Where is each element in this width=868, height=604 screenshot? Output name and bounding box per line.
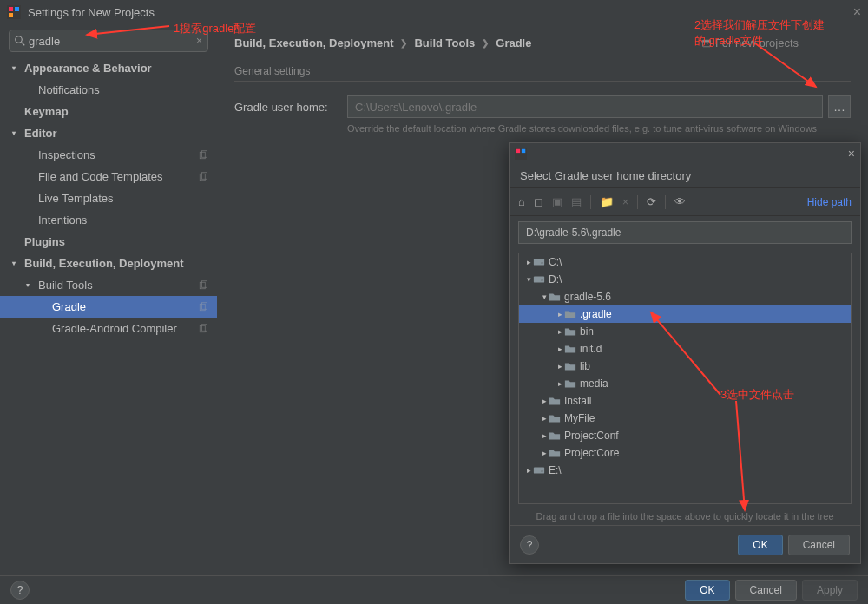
file-tree-item[interactable]: ▸media [519, 375, 851, 392]
sidebar-item[interactable]: Gradle [0, 296, 217, 318]
search-input-wrap[interactable]: × [9, 30, 208, 52]
refresh-icon[interactable]: ⟳ [647, 195, 656, 208]
breadcrumb-a[interactable]: Build, Execution, Deployment [234, 36, 393, 49]
chevron-icon[interactable]: ▸ [524, 258, 533, 266]
file-tree-label: bin [580, 325, 594, 338]
hide-path-link[interactable]: Hide path [807, 196, 852, 208]
file-tree-item[interactable]: ▸E:\ [519, 462, 851, 479]
folder-icon [564, 344, 576, 354]
file-tree-item[interactable]: ▾D:\ [519, 271, 851, 288]
sidebar-item[interactable]: Plugins [0, 231, 217, 253]
delete-icon[interactable]: × [622, 195, 629, 208]
svg-rect-25 [534, 468, 544, 474]
module-icon[interactable]: ▤ [571, 195, 582, 208]
file-tree-item[interactable]: ▸.gradle [519, 305, 851, 323]
chevron-icon: ▾ [12, 129, 21, 137]
svg-point-26 [542, 470, 543, 472]
disk-icon [533, 274, 545, 285]
sidebar-item[interactable]: ▾Build Tools [0, 274, 217, 296]
folder-icon [549, 396, 561, 406]
dialog-title: Select Gradle user home directory [510, 164, 860, 188]
chevron-icon: ▾ [26, 281, 35, 289]
file-tree-item[interactable]: ▸lib [519, 358, 851, 375]
dialog-close-icon[interactable]: × [848, 147, 855, 161]
file-tree-item[interactable]: ▸bin [519, 323, 851, 340]
search-input[interactable] [29, 35, 196, 48]
file-tree-item[interactable]: ▸Install [519, 392, 851, 410]
svg-rect-20 [522, 149, 525, 153]
clear-search-icon[interactable]: × [196, 35, 202, 47]
new-folder-icon[interactable]: 📁 [600, 195, 614, 208]
file-tree-label: C:\ [549, 256, 562, 268]
chevron-icon[interactable]: ▸ [556, 362, 564, 371]
folder-icon [564, 309, 576, 319]
show-hidden-icon[interactable]: 👁 [674, 195, 686, 208]
project-icon[interactable]: ▣ [552, 195, 562, 208]
file-tree-label: .gradle [580, 308, 612, 320]
chevron-icon[interactable]: ▸ [556, 379, 564, 388]
file-tree-item[interactable]: ▾gradle-5.6 [519, 288, 851, 305]
file-tree-item[interactable]: ▸C:\ [519, 253, 851, 271]
folder-icon [549, 448, 561, 458]
sidebar-item[interactable]: File and Code Templates [0, 166, 217, 187]
gradle-home-input[interactable]: C:\Users\Lenovo\.gradle [347, 95, 823, 118]
sidebar-item[interactable]: Gradle-Android Compiler [0, 318, 217, 339]
file-tree-label: E:\ [549, 464, 562, 476]
file-tree-item[interactable]: ▸MyFile [519, 410, 851, 427]
copy-icon [198, 302, 208, 312]
scope-icon [701, 38, 712, 49]
disk-icon [533, 257, 545, 267]
dialog-ok-button[interactable]: OK [738, 535, 782, 555]
cancel-button[interactable]: Cancel [735, 580, 797, 601]
dialog-help-button[interactable]: ? [520, 535, 539, 555]
browse-button[interactable]: … [828, 95, 851, 118]
sidebar-item[interactable]: ▾Editor [0, 122, 217, 144]
chevron-icon[interactable]: ▸ [540, 414, 549, 423]
desktop-icon[interactable]: ◻ [534, 195, 543, 208]
app-logo-icon [515, 148, 527, 160]
file-tree-item[interactable]: ▸ProjectCore [519, 444, 851, 462]
gradle-home-hint: Override the default location where Grad… [347, 123, 851, 134]
chevron-right-icon: ❯ [400, 38, 407, 48]
sidebar-item-label: Plugins [24, 235, 65, 248]
chevron-icon[interactable]: ▸ [556, 310, 564, 318]
dialog-cancel-button[interactable]: Cancel [788, 535, 850, 555]
apply-button[interactable]: Apply [802, 580, 858, 601]
chevron-icon[interactable]: ▾ [524, 275, 533, 284]
sidebar-item[interactable]: Intentions [0, 209, 217, 231]
window-close-icon[interactable]: × [853, 4, 861, 20]
settings-footer: ? OK Cancel Apply [0, 575, 868, 604]
file-tree-item[interactable]: ▸ProjectConf [519, 427, 851, 444]
chevron-icon[interactable]: ▸ [540, 397, 549, 405]
sidebar-item[interactable]: ▾Appearance & Behavior [0, 57, 217, 79]
sidebar-item-label: Inspections [38, 148, 95, 161]
svg-rect-17 [702, 40, 710, 42]
svg-rect-21 [534, 259, 544, 266]
sidebar-item[interactable]: Live Templates [0, 187, 217, 209]
file-tree-label: D:\ [549, 273, 562, 286]
chevron-icon[interactable]: ▸ [540, 431, 549, 440]
chevron-icon[interactable]: ▸ [556, 327, 564, 336]
sidebar-item-label: Keymap [24, 105, 69, 118]
help-button[interactable]: ? [10, 581, 30, 600]
chevron-icon[interactable]: ▸ [524, 466, 533, 475]
file-tree[interactable]: ▸C:\▾D:\▾gradle-5.6▸.gradle▸bin▸init.d▸l… [518, 253, 852, 504]
file-tree-item[interactable]: ▸init.d [519, 340, 851, 358]
sidebar-item[interactable]: Notifications [0, 79, 217, 101]
sidebar-item[interactable]: ▾Build, Execution, Deployment [0, 253, 217, 274]
sidebar-item-label: Notifications [38, 83, 100, 96]
dialog-path-input[interactable]: D:\gradle-5.6\.gradle [518, 221, 852, 244]
file-tree-label: gradle-5.6 [564, 291, 611, 303]
breadcrumb-c[interactable]: Gradle [496, 36, 531, 49]
sidebar-item[interactable]: Keymap [0, 101, 217, 122]
chevron-icon[interactable]: ▸ [556, 345, 564, 353]
chevron-icon[interactable]: ▾ [540, 292, 549, 301]
breadcrumb-b[interactable]: Build Tools [414, 36, 475, 49]
sidebar-item[interactable]: Inspections [0, 144, 217, 166]
breadcrumb: Build, Execution, Deployment ❯ Build Too… [234, 36, 851, 49]
ok-button[interactable]: OK [685, 580, 729, 601]
home-icon[interactable]: ⌂ [518, 195, 525, 208]
chevron-icon[interactable]: ▸ [540, 449, 549, 457]
dialog-hint: Drag and drop a file into the space abov… [510, 508, 860, 525]
copy-icon [198, 150, 208, 161]
